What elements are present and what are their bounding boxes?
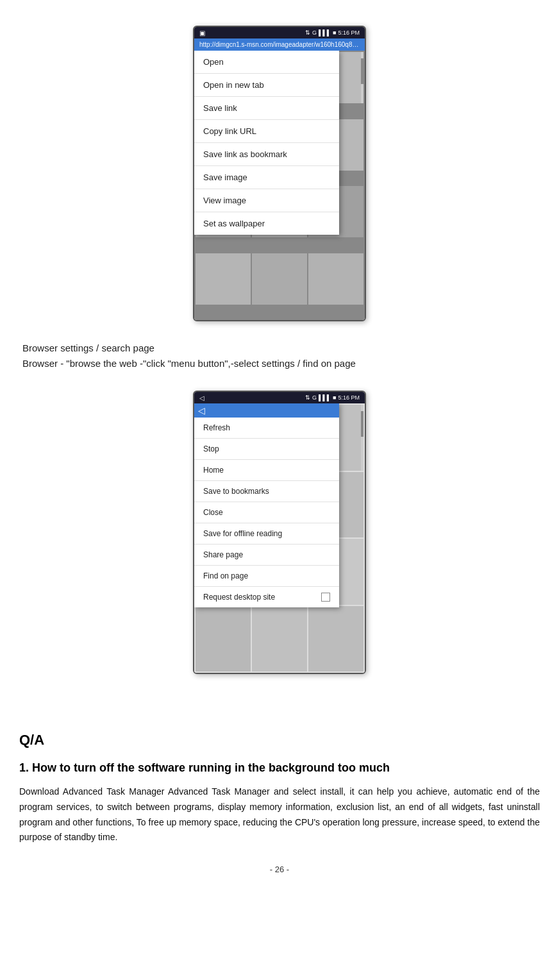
browser-menu-close[interactable]: Close: [194, 502, 339, 523]
menu-item-open[interactable]: Open: [194, 51, 339, 74]
page-number: - 26 -: [270, 865, 289, 874]
browser-menu-refresh[interactable]: Refresh: [194, 418, 339, 439]
phone-mockup-2: ◁ ⇅ G ▌▌▌ ■ 5:16 PM: [193, 391, 366, 674]
menu-item-open-new-tab[interactable]: Open in new tab: [194, 74, 339, 97]
context-menu: Open Open in new tab Save link Copy link…: [194, 51, 339, 235]
menu-item-save-image[interactable]: Save image: [194, 166, 339, 189]
signal-bars: ▌▌▌: [319, 30, 331, 36]
question-body: Download Advanced Task Manager Advanced …: [19, 784, 540, 845]
browser-menu-home[interactable]: Home: [194, 460, 339, 481]
browser-menu-stop[interactable]: Stop: [194, 439, 339, 460]
phone-mockup-1: ▣ ⇅ G ▌▌▌ ■ 5:16 PM http://dimgcn1.s-msn…: [193, 26, 366, 321]
page-content: ▣ ⇅ G ▌▌▌ ■ 5:16 PM http://dimgcn1.s-msn…: [19, 13, 540, 874]
browser-menu-find[interactable]: Find on page: [194, 566, 339, 587]
refresh-label: Refresh: [203, 423, 230, 432]
browser-tile: [196, 606, 251, 672]
menu-item-copy-link[interactable]: Copy link URL: [194, 120, 339, 143]
browser-back-icon: ◁: [198, 405, 205, 416]
status-left-1: ▣: [199, 30, 205, 37]
wifi-icon: ⇅ G: [305, 30, 317, 36]
battery-icon-2: ■: [333, 394, 336, 401]
browser-tile: [308, 606, 363, 672]
status-right-1: ⇅ G ▌▌▌ ■ 5:16 PM: [305, 30, 360, 36]
status-bar-1: ▣ ⇅ G ▌▌▌ ■ 5:16 PM: [194, 27, 365, 38]
desktop-label: Request desktop site: [203, 593, 275, 602]
phone2-background: ◁ Refresh Stop Home Save to bookmarks Cl…: [194, 403, 365, 673]
browser-menu-desktop[interactable]: Request desktop site: [194, 587, 339, 607]
notification-icon: ▣: [199, 30, 205, 37]
desktop-checkbox[interactable]: [321, 593, 330, 602]
bookmarks-label: Save to bookmarks: [203, 487, 269, 496]
menu-item-wallpaper[interactable]: Set as wallpaper: [194, 212, 339, 235]
menu-item-view-image[interactable]: View image: [194, 189, 339, 212]
status-bar-2: ◁ ⇅ G ▌▌▌ ■ 5:16 PM: [194, 392, 365, 403]
browser-menu-share[interactable]: Share page: [194, 545, 339, 566]
url-bar[interactable]: http://dimgcn1.s-msn.com/imageadapter/w1…: [194, 38, 365, 51]
bg-tile: [252, 253, 307, 305]
scrollbar-2[interactable]: [361, 405, 363, 471]
browser-menu-bookmarks[interactable]: Save to bookmarks: [194, 481, 339, 502]
qa-section: Q/A 1. How to turn off the software runn…: [19, 713, 540, 845]
battery-icon: ■: [333, 30, 336, 36]
qa-title: Q/A: [19, 732, 540, 748]
text-line-1: Browser settings / search page: [22, 341, 537, 356]
bg-tile: [196, 253, 251, 305]
home-label: Home: [203, 466, 224, 475]
time-display-2: 5:16 PM: [338, 394, 360, 401]
browser-menu-header: ◁: [194, 403, 339, 418]
back-icon: ◁: [199, 394, 204, 401]
scrollbar-thumb: [361, 58, 363, 84]
signal-bars-2: ▌▌▌: [319, 394, 331, 401]
browser-menu: ◁ Refresh Stop Home Save to bookmarks Cl…: [194, 403, 339, 607]
time-display-1: 5:16 PM: [338, 30, 360, 36]
phone1-background: Open Open in new tab Save link Copy link…: [194, 51, 365, 320]
bg-tile: [308, 253, 363, 305]
share-label: Share page: [203, 550, 243, 559]
browser-menu-offline[interactable]: Save for offline reading: [194, 523, 339, 545]
scrollbar[interactable]: [361, 52, 363, 103]
menu-item-save-link[interactable]: Save link: [194, 97, 339, 120]
status-right-2: ⇅ G ▌▌▌ ■ 5:16 PM: [305, 394, 360, 401]
scrollbar-thumb-2: [361, 411, 363, 437]
stop-label: Stop: [203, 444, 219, 453]
menu-item-save-bookmark[interactable]: Save link as bookmark: [194, 143, 339, 166]
wifi-icon-2: ⇅ G: [305, 394, 317, 401]
text-line-2: Browser - "browse the web -"click "menu …: [22, 356, 537, 371]
text-section-1: Browser settings / search page Browser -…: [19, 334, 540, 378]
find-label: Find on page: [203, 571, 248, 580]
status-left-2: ◁: [199, 394, 204, 401]
question-title: 1. How to turn off the software running …: [19, 761, 540, 775]
url-text: http://dimgcn1.s-msn.com/imageadapter/w1…: [199, 41, 361, 48]
browser-tile: [252, 606, 307, 672]
close-label: Close: [203, 508, 223, 517]
offline-label: Save for offline reading: [203, 529, 282, 538]
